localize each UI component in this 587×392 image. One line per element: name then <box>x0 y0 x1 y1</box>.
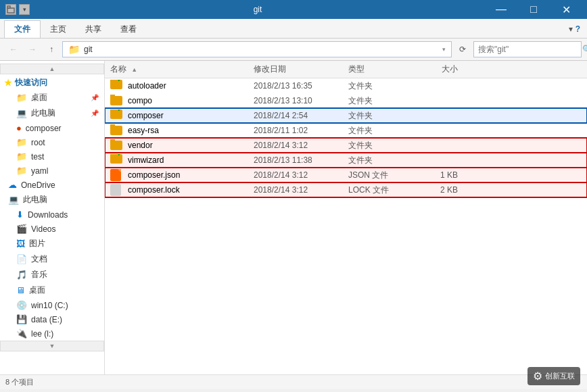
file-row[interactable]: composer.json 2018/2/14 3:12 JSON 文件 1 K… <box>105 168 587 182</box>
sidebar-scroll-down[interactable]: ▼ <box>0 341 104 351</box>
column-header-type[interactable]: 类型 <box>348 64 416 75</box>
path-dropdown-icon: ▾ <box>442 46 446 53</box>
sidebar-item-label: 文档 <box>31 253 47 265</box>
column-header-name[interactable]: 名称 ▲ <box>105 64 254 75</box>
column-header-size[interactable]: 大小 <box>416 64 463 75</box>
sidebar-quick-access-header[interactable]: ★ 快速访问 <box>0 74 104 90</box>
window-controls: — □ ✕ <box>486 0 582 19</box>
sidebar-item-videos[interactable]: 🎬 Videos <box>0 222 104 236</box>
address-path[interactable]: 📁 git ▾ <box>62 41 452 57</box>
file-row[interactable]: easy-rsa 2018/2/11 1:02 文件夹 <box>105 123 587 138</box>
file-row[interactable]: vendor 2018/2/14 3:12 文件夹 <box>105 138 587 153</box>
sidebar-item-desktop1[interactable]: 📁 桌面 📌 <box>0 90 104 105</box>
file-type: 文件夹 <box>348 80 416 92</box>
sidebar-item-drive-l[interactable]: 🔌 lee (l:) <box>0 326 104 341</box>
title-bar: ▾ git — □ ✕ <box>0 0 587 19</box>
tab-view[interactable]: 查看 <box>111 20 146 38</box>
forward-button[interactable]: → <box>24 41 41 57</box>
back-button[interactable]: ← <box>5 41 22 57</box>
sidebar-item-composer[interactable]: ● composer <box>0 121 104 135</box>
maximize-button[interactable]: □ <box>518 0 549 19</box>
path-text: git <box>84 45 93 54</box>
sidebar-item-desktop2[interactable]: 🖥 桌面 <box>0 283 104 298</box>
folder-icon <box>110 139 124 151</box>
search-input[interactable] <box>478 45 580 54</box>
sidebar-item-label: composer <box>26 124 62 133</box>
file-row[interactable]: autoloader 2018/2/13 16:35 文件夹 <box>105 78 587 93</box>
file-name: compo <box>128 96 152 105</box>
sidebar-item-label: 桌面 <box>29 285 45 296</box>
sidebar-item-thispc[interactable]: 💻 此电脑 📌 <box>0 105 104 121</box>
file-name: easy-rsa <box>128 126 159 135</box>
sidebar-item-drive-e[interactable]: 💾 data (E:) <box>0 312 104 326</box>
ribbon-help-icon[interactable]: ? <box>576 24 580 34</box>
watermark-icon: ⚙ <box>533 370 542 383</box>
up-button[interactable]: ↑ <box>43 41 60 57</box>
sidebar-item-root[interactable]: 📁 root <box>0 135 104 149</box>
column-header-date[interactable]: 修改日期 <box>254 64 348 75</box>
watermark-text: 创新互联 <box>545 371 575 381</box>
onedrive-icon: ☁ <box>8 180 17 190</box>
sidebar-item-label: 音乐 <box>31 269 47 280</box>
folder-icon <box>110 95 124 107</box>
sidebar-item-onedrive[interactable]: ☁ OneDrive <box>0 178 104 192</box>
file-date: 2018/2/14 2:54 <box>254 111 348 120</box>
ribbon-tabs: 文件 主页 共享 查看 ▾ ? <box>0 19 587 38</box>
search-icon[interactable]: 🔍 <box>582 45 587 54</box>
sidebar-item-label: test <box>31 152 44 162</box>
file-name: composer.lock <box>128 185 180 195</box>
download-icon: ⬇ <box>16 210 24 220</box>
file-name-cell: easy-rsa <box>105 124 254 137</box>
file-name: autoloader <box>128 81 166 91</box>
drive-l-icon: 🔌 <box>16 328 27 339</box>
tab-home[interactable]: 主页 <box>41 20 76 38</box>
sidebar-scroll-up[interactable]: ▲ <box>0 64 104 74</box>
ribbon-dropdown-icon[interactable]: ▾ <box>569 24 573 34</box>
file-type: 文件夹 <box>348 125 416 137</box>
sidebar-item-label: win10 (C:) <box>31 301 68 310</box>
file-date: 2018/2/13 11:38 <box>254 155 348 165</box>
watermark: ⚙ 创新互联 <box>527 367 580 385</box>
file-row[interactable]: vimwizard 2018/2/13 11:38 文件夹 <box>105 153 587 168</box>
file-row[interactable]: composer 2018/2/14 2:54 文件夹 <box>105 108 587 123</box>
sidebar-item-label: 桌面 <box>31 92 47 103</box>
file-type: 文件夹 <box>348 140 416 151</box>
path-folder-icon: 📁 <box>68 44 80 55</box>
folder-icon: ● <box>16 123 22 133</box>
sidebar-item-label: 此电脑 <box>31 107 55 119</box>
minimize-button[interactable]: — <box>486 0 517 19</box>
file-name-cell: composer.lock <box>105 184 254 196</box>
file-date: 2018/2/14 3:12 <box>254 170 348 180</box>
file-size: 2 KB <box>416 185 463 195</box>
file-list-header: 名称 ▲ 修改日期 类型 大小 <box>105 61 587 78</box>
tab-file[interactable]: 文件 <box>4 20 41 38</box>
sidebar-item-drive-c[interactable]: 💿 win10 (C:) <box>0 298 104 312</box>
sidebar-item-documents[interactable]: 📄 文档 <box>0 251 104 267</box>
sort-arrow: ▲ <box>131 66 137 73</box>
sidebar-item-test[interactable]: 📁 test <box>0 149 104 164</box>
folder-icon: 📁 <box>16 93 27 103</box>
file-row[interactable]: composer.lock 2018/2/14 3:12 LOCK 文件 2 K… <box>105 182 587 197</box>
close-button[interactable]: ✕ <box>550 0 582 19</box>
file-name-cell: vendor <box>105 139 254 151</box>
sidebar-item-label: root <box>31 138 45 147</box>
video-icon: 🎬 <box>16 224 27 234</box>
file-type: 文件夹 <box>348 155 416 166</box>
pin-icon: 📌 <box>91 94 99 101</box>
sidebar-item-label: Videos <box>31 224 55 234</box>
folder-icon <box>110 124 124 137</box>
sidebar-item-yaml[interactable]: 📁 yaml <box>0 164 104 178</box>
drive-e-icon: 💾 <box>16 314 27 324</box>
tab-share[interactable]: 共享 <box>76 20 111 38</box>
sidebar-item-pictures[interactable]: 🖼 图片 <box>0 236 104 251</box>
sidebar-item-music[interactable]: 🎵 音乐 <box>0 267 104 283</box>
file-name-cell: composer <box>105 109 254 122</box>
lock-icon <box>110 184 124 196</box>
window-title: git <box>30 5 486 14</box>
sidebar-item-thispc-section[interactable]: 💻 此电脑 <box>0 192 104 207</box>
sidebar-item-downloads[interactable]: ⬇ Downloads <box>0 207 104 222</box>
refresh-button[interactable]: ⟳ <box>454 41 471 57</box>
pictures-icon: 🖼 <box>16 239 25 249</box>
file-row[interactable]: compo 2018/2/13 13:10 文件夹 <box>105 93 587 108</box>
file-name-cell: autoloader <box>105 80 254 92</box>
